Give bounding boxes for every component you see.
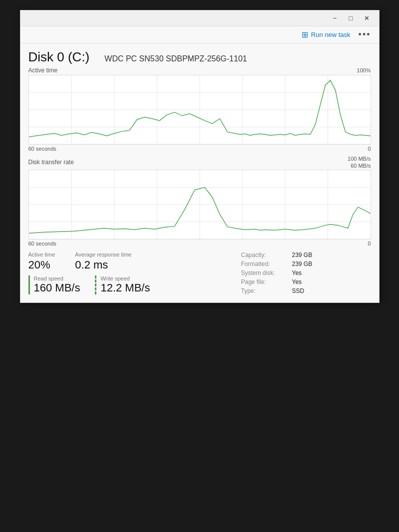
page-file-row: Page file: Yes <box>241 278 371 285</box>
formatted-value: 239 GB <box>292 261 313 267</box>
transfer-rate-zero: 0 <box>368 241 371 247</box>
bottom-stats: Active time 20% Average response time 0.… <box>28 252 371 294</box>
capacity-row: Capacity: 239 GB <box>241 252 371 259</box>
type-value: SSD <box>292 287 305 294</box>
read-speed-label: Read speed <box>34 275 80 281</box>
transfer-rate-chart <box>28 170 371 240</box>
active-time-label: Active time <box>28 67 58 74</box>
write-speed-label: Write speed <box>100 275 150 281</box>
write-speed-value: 12.2 MB/s <box>100 281 150 294</box>
formatted-row: Formatted: 239 GB <box>241 261 371 267</box>
active-time-zero: 0 <box>368 146 371 152</box>
disk-performance-content: Disk 0 (C:) WDC PC SN530 SDBPMPZ-256G-11… <box>20 43 379 302</box>
capacity-value: 239 GB <box>292 252 313 259</box>
active-time-chart <box>28 75 371 145</box>
transfer-rate-svg <box>29 170 371 239</box>
minimize-button[interactable]: − <box>327 11 343 25</box>
transfer-rate-label: Disk transfer rate <box>28 159 74 166</box>
transfer-rate-time-label: 60 seconds <box>28 241 56 247</box>
active-time-max: 100% <box>357 67 371 73</box>
formatted-label: Formatted: <box>241 261 286 267</box>
page-file-value: Yes <box>292 278 302 285</box>
transfer-rate-footer: 60 seconds 0 <box>28 241 371 247</box>
avg-response-label: Average response time <box>75 252 131 258</box>
transfer-rate-header: Disk transfer rate 100 MB/s 60 MB/s <box>28 156 371 169</box>
more-options-button[interactable]: ••• <box>359 29 371 40</box>
write-speed-group: Write speed 12.2 MB/s <box>95 275 150 294</box>
left-stats: Active time 20% Average response time 0.… <box>28 252 241 294</box>
avg-response-stat: Average response time 0.2 ms <box>75 252 131 271</box>
task-manager-window: − □ ✕ ⊞ Run new task ••• Disk 0 (C:) WDC… <box>20 10 380 303</box>
active-time-stat: Active time 20% <box>28 252 55 271</box>
active-time-svg <box>29 75 371 144</box>
type-label: Type: <box>241 287 286 294</box>
run-new-task-button[interactable]: ⊞ Run new task <box>302 30 351 39</box>
transfer-rate-section: Disk transfer rate 100 MB/s 60 MB/s <box>28 156 371 247</box>
type-row: Type: SSD <box>241 287 371 294</box>
avg-response-value: 0.2 ms <box>75 259 131 271</box>
active-time-footer: 60 seconds 0 <box>28 146 371 152</box>
read-speed-group: Read speed 160 MB/s <box>28 275 80 294</box>
read-speed-value: 160 MB/s <box>34 281 80 294</box>
disk-info-section: Capacity: 239 GB Formatted: 239 GB Syste… <box>241 252 371 294</box>
close-button[interactable]: ✕ <box>359 11 375 25</box>
toolbar: ⊞ Run new task ••• <box>20 26 379 43</box>
speed-row: Read speed 160 MB/s Write speed 12.2 MB/… <box>28 275 241 294</box>
page-file-label: Page file: <box>241 278 286 285</box>
system-disk-row: System disk: Yes <box>241 269 371 276</box>
active-time-time-label: 60 seconds <box>28 146 56 152</box>
transfer-rate-max2: 60 MB/s <box>351 163 371 169</box>
capacity-label: Capacity: <box>241 252 286 259</box>
active-time-header: Active time 100% <box>28 67 371 74</box>
disk-title: Disk 0 (C:) <box>28 49 90 65</box>
run-new-task-label: Run new task <box>311 31 351 38</box>
system-disk-value: Yes <box>292 269 302 276</box>
maximize-button[interactable]: □ <box>343 11 359 25</box>
transfer-rate-max1: 100 MB/s <box>348 156 371 162</box>
titlebar: − □ ✕ <box>20 10 379 26</box>
active-time-section: Active time 100% <box>28 67 371 152</box>
active-time-stat-value: 20% <box>28 259 55 271</box>
system-disk-label: System disk: <box>241 269 286 276</box>
disk-model: WDC PC SN530 SDBPMPZ-256G-1101 <box>104 54 247 63</box>
disk-header: Disk 0 (C:) WDC PC SN530 SDBPMPZ-256G-11… <box>28 49 371 65</box>
run-task-icon: ⊞ <box>302 30 308 39</box>
active-time-stat-label: Active time <box>28 252 55 258</box>
